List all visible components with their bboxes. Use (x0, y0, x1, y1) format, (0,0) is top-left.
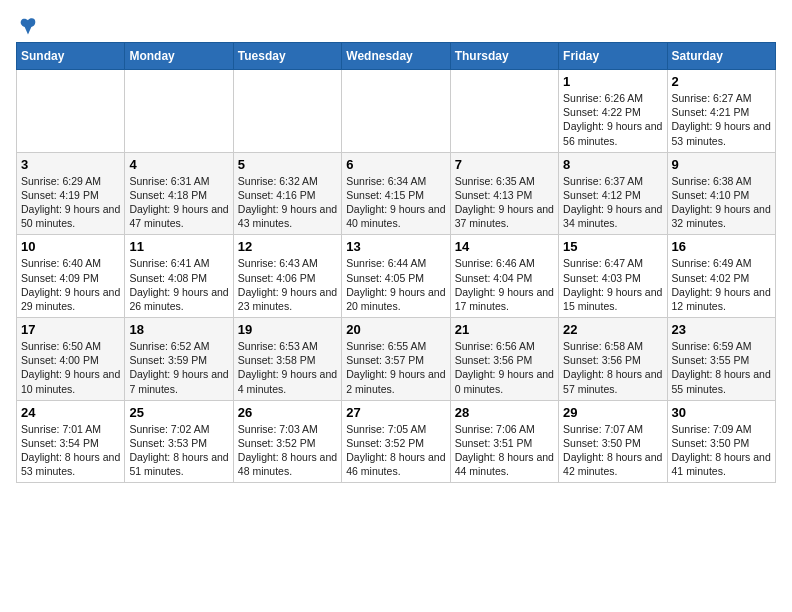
logo (16, 16, 38, 34)
calendar-week-4: 17Sunrise: 6:50 AM Sunset: 4:00 PM Dayli… (17, 318, 776, 401)
col-header-thursday: Thursday (450, 43, 558, 70)
calendar-cell: 20Sunrise: 6:55 AM Sunset: 3:57 PM Dayli… (342, 318, 450, 401)
calendar-cell: 14Sunrise: 6:46 AM Sunset: 4:04 PM Dayli… (450, 235, 558, 318)
day-info: Sunrise: 6:52 AM Sunset: 3:59 PM Dayligh… (129, 339, 228, 396)
calendar-cell: 3Sunrise: 6:29 AM Sunset: 4:19 PM Daylig… (17, 152, 125, 235)
calendar-cell: 23Sunrise: 6:59 AM Sunset: 3:55 PM Dayli… (667, 318, 775, 401)
calendar-cell: 11Sunrise: 6:41 AM Sunset: 4:08 PM Dayli… (125, 235, 233, 318)
day-number: 23 (672, 322, 771, 337)
day-info: Sunrise: 6:49 AM Sunset: 4:02 PM Dayligh… (672, 256, 771, 313)
calendar-cell: 26Sunrise: 7:03 AM Sunset: 3:52 PM Dayli… (233, 400, 341, 483)
day-number: 10 (21, 239, 120, 254)
day-info: Sunrise: 7:07 AM Sunset: 3:50 PM Dayligh… (563, 422, 662, 479)
day-number: 22 (563, 322, 662, 337)
day-info: Sunrise: 6:26 AM Sunset: 4:22 PM Dayligh… (563, 91, 662, 148)
day-info: Sunrise: 7:03 AM Sunset: 3:52 PM Dayligh… (238, 422, 337, 479)
col-header-sunday: Sunday (17, 43, 125, 70)
day-info: Sunrise: 6:47 AM Sunset: 4:03 PM Dayligh… (563, 256, 662, 313)
day-number: 5 (238, 157, 337, 172)
day-info: Sunrise: 6:58 AM Sunset: 3:56 PM Dayligh… (563, 339, 662, 396)
calendar-cell: 13Sunrise: 6:44 AM Sunset: 4:05 PM Dayli… (342, 235, 450, 318)
day-info: Sunrise: 6:27 AM Sunset: 4:21 PM Dayligh… (672, 91, 771, 148)
day-number: 18 (129, 322, 228, 337)
day-info: Sunrise: 6:32 AM Sunset: 4:16 PM Dayligh… (238, 174, 337, 231)
day-info: Sunrise: 6:43 AM Sunset: 4:06 PM Dayligh… (238, 256, 337, 313)
day-number: 21 (455, 322, 554, 337)
calendar-cell: 25Sunrise: 7:02 AM Sunset: 3:53 PM Dayli… (125, 400, 233, 483)
calendar-cell (450, 70, 558, 153)
calendar-cell: 10Sunrise: 6:40 AM Sunset: 4:09 PM Dayli… (17, 235, 125, 318)
calendar-cell: 24Sunrise: 7:01 AM Sunset: 3:54 PM Dayli… (17, 400, 125, 483)
calendar-cell: 12Sunrise: 6:43 AM Sunset: 4:06 PM Dayli… (233, 235, 341, 318)
day-number: 2 (672, 74, 771, 89)
calendar-week-1: 1Sunrise: 6:26 AM Sunset: 4:22 PM Daylig… (17, 70, 776, 153)
calendar-cell: 22Sunrise: 6:58 AM Sunset: 3:56 PM Dayli… (559, 318, 667, 401)
day-number: 28 (455, 405, 554, 420)
col-header-tuesday: Tuesday (233, 43, 341, 70)
day-number: 24 (21, 405, 120, 420)
day-info: Sunrise: 6:35 AM Sunset: 4:13 PM Dayligh… (455, 174, 554, 231)
calendar-cell: 5Sunrise: 6:32 AM Sunset: 4:16 PM Daylig… (233, 152, 341, 235)
day-info: Sunrise: 7:06 AM Sunset: 3:51 PM Dayligh… (455, 422, 554, 479)
day-number: 17 (21, 322, 120, 337)
col-header-monday: Monday (125, 43, 233, 70)
day-info: Sunrise: 6:53 AM Sunset: 3:58 PM Dayligh… (238, 339, 337, 396)
day-number: 8 (563, 157, 662, 172)
day-number: 4 (129, 157, 228, 172)
calendar-cell: 8Sunrise: 6:37 AM Sunset: 4:12 PM Daylig… (559, 152, 667, 235)
day-info: Sunrise: 6:37 AM Sunset: 4:12 PM Dayligh… (563, 174, 662, 231)
day-number: 15 (563, 239, 662, 254)
day-number: 29 (563, 405, 662, 420)
day-number: 19 (238, 322, 337, 337)
day-info: Sunrise: 6:55 AM Sunset: 3:57 PM Dayligh… (346, 339, 445, 396)
calendar-cell: 2Sunrise: 6:27 AM Sunset: 4:21 PM Daylig… (667, 70, 775, 153)
day-info: Sunrise: 6:38 AM Sunset: 4:10 PM Dayligh… (672, 174, 771, 231)
day-info: Sunrise: 6:34 AM Sunset: 4:15 PM Dayligh… (346, 174, 445, 231)
day-number: 12 (238, 239, 337, 254)
calendar-cell: 4Sunrise: 6:31 AM Sunset: 4:18 PM Daylig… (125, 152, 233, 235)
day-number: 9 (672, 157, 771, 172)
calendar-cell: 17Sunrise: 6:50 AM Sunset: 4:00 PM Dayli… (17, 318, 125, 401)
day-number: 14 (455, 239, 554, 254)
day-info: Sunrise: 6:40 AM Sunset: 4:09 PM Dayligh… (21, 256, 120, 313)
day-info: Sunrise: 7:02 AM Sunset: 3:53 PM Dayligh… (129, 422, 228, 479)
day-number: 27 (346, 405, 445, 420)
day-number: 20 (346, 322, 445, 337)
calendar-cell: 18Sunrise: 6:52 AM Sunset: 3:59 PM Dayli… (125, 318, 233, 401)
day-info: Sunrise: 7:09 AM Sunset: 3:50 PM Dayligh… (672, 422, 771, 479)
calendar-week-3: 10Sunrise: 6:40 AM Sunset: 4:09 PM Dayli… (17, 235, 776, 318)
calendar-week-2: 3Sunrise: 6:29 AM Sunset: 4:19 PM Daylig… (17, 152, 776, 235)
calendar-table: SundayMondayTuesdayWednesdayThursdayFrid… (16, 42, 776, 483)
calendar-cell: 1Sunrise: 6:26 AM Sunset: 4:22 PM Daylig… (559, 70, 667, 153)
calendar-cell (342, 70, 450, 153)
day-info: Sunrise: 6:56 AM Sunset: 3:56 PM Dayligh… (455, 339, 554, 396)
calendar-cell: 6Sunrise: 6:34 AM Sunset: 4:15 PM Daylig… (342, 152, 450, 235)
day-number: 1 (563, 74, 662, 89)
day-number: 26 (238, 405, 337, 420)
day-number: 7 (455, 157, 554, 172)
calendar-week-5: 24Sunrise: 7:01 AM Sunset: 3:54 PM Dayli… (17, 400, 776, 483)
calendar-cell (125, 70, 233, 153)
day-info: Sunrise: 6:59 AM Sunset: 3:55 PM Dayligh… (672, 339, 771, 396)
col-header-friday: Friday (559, 43, 667, 70)
day-info: Sunrise: 6:29 AM Sunset: 4:19 PM Dayligh… (21, 174, 120, 231)
calendar-cell (17, 70, 125, 153)
col-header-wednesday: Wednesday (342, 43, 450, 70)
day-number: 25 (129, 405, 228, 420)
calendar-cell: 29Sunrise: 7:07 AM Sunset: 3:50 PM Dayli… (559, 400, 667, 483)
calendar-cell: 19Sunrise: 6:53 AM Sunset: 3:58 PM Dayli… (233, 318, 341, 401)
day-info: Sunrise: 6:41 AM Sunset: 4:08 PM Dayligh… (129, 256, 228, 313)
day-number: 3 (21, 157, 120, 172)
day-number: 30 (672, 405, 771, 420)
day-info: Sunrise: 7:01 AM Sunset: 3:54 PM Dayligh… (21, 422, 120, 479)
day-info: Sunrise: 6:44 AM Sunset: 4:05 PM Dayligh… (346, 256, 445, 313)
calendar-cell: 16Sunrise: 6:49 AM Sunset: 4:02 PM Dayli… (667, 235, 775, 318)
logo-bird-icon (18, 16, 38, 38)
day-number: 6 (346, 157, 445, 172)
col-header-saturday: Saturday (667, 43, 775, 70)
day-number: 11 (129, 239, 228, 254)
calendar-cell: 30Sunrise: 7:09 AM Sunset: 3:50 PM Dayli… (667, 400, 775, 483)
day-number: 13 (346, 239, 445, 254)
day-number: 16 (672, 239, 771, 254)
calendar-cell (233, 70, 341, 153)
